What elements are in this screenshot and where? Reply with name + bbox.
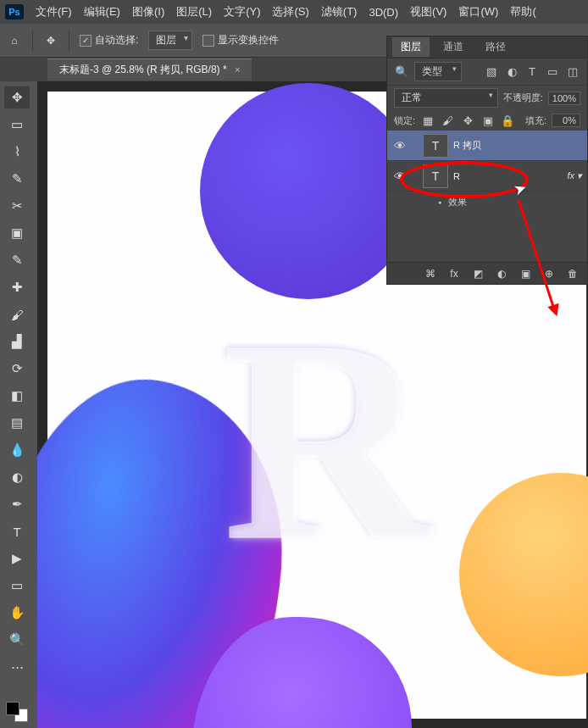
menu-filter[interactable]: 滤镜(T) xyxy=(321,4,358,19)
panel-foot-icon-2[interactable]: ◩ xyxy=(470,266,485,281)
search-icon[interactable]: 🔍 xyxy=(394,64,409,80)
stamp-tool[interactable]: ▟ xyxy=(4,331,30,353)
panel-foot-icon-3[interactable]: ◐ xyxy=(494,266,509,281)
layer-filter-row: 🔍 类型 ▧ ◐ T ▭ ◫ xyxy=(387,58,587,86)
glass-letter: R xyxy=(208,292,446,588)
visibility-icon[interactable]: 👁 xyxy=(392,139,408,153)
layer-effect-item[interactable]: 效果 xyxy=(387,192,587,212)
menu-select[interactable]: 选择(S) xyxy=(272,4,308,19)
auto-select-check[interactable]: ✓ 自动选择: xyxy=(80,33,138,47)
opacity-label: 不透明度: xyxy=(503,92,543,104)
tab-channels[interactable]: 通道 xyxy=(435,37,472,57)
lock-all-icon[interactable]: 🔒 xyxy=(500,113,515,128)
lock-brush-icon[interactable]: 🖌 xyxy=(441,113,456,128)
menu-image[interactable]: 图像(I) xyxy=(132,4,164,19)
menu-view[interactable]: 视图(V) xyxy=(410,4,447,19)
hand-tool[interactable]: ✋ xyxy=(4,602,30,624)
checkbox-icon[interactable]: ✓ xyxy=(80,35,92,47)
path-select-tool[interactable]: ▶ xyxy=(4,547,30,570)
app-logo: Ps xyxy=(5,4,24,19)
home-icon[interactable]: ⌂ xyxy=(7,33,22,48)
panel-foot-icon-6[interactable]: 🗑 xyxy=(565,266,580,281)
menu-bar: Ps 文件(F) 编辑(E) 图像(I) 图层(L) 文字(Y) 选择(S) 滤… xyxy=(0,0,588,24)
tool-strip: ✥▭⌇✎✂▣✎✚🖌▟⟳◧▤💧◐✒T▶▭✋🔍⋯ xyxy=(0,81,34,728)
quick-select-tool[interactable]: ✎ xyxy=(4,168,30,190)
panel-foot-icon-5[interactable]: ⊕ xyxy=(541,266,557,281)
marquee-tool[interactable]: ▭ xyxy=(4,114,30,136)
panel-foot-icon-1[interactable]: fx xyxy=(447,266,462,281)
shape-blob-orange xyxy=(459,473,588,676)
layer-row[interactable]: 👁TRfx ▾ xyxy=(387,161,587,192)
layer-list[interactable]: 👁TR 拷贝👁TRfx ▾效果 xyxy=(387,131,587,262)
healing-tool[interactable]: ✚ xyxy=(4,276,30,298)
shape-circle xyxy=(200,83,416,299)
more-tool[interactable]: ⋯ xyxy=(4,656,30,678)
eraser-tool[interactable]: ◧ xyxy=(4,385,30,407)
layer-name: R 拷贝 xyxy=(453,139,481,152)
lock-fill-row: 锁定: ▦ 🖌 ✥ ▣ 🔒 填充: 0% xyxy=(387,110,587,131)
menu-edit[interactable]: 编辑(E) xyxy=(84,4,120,19)
lock-move-icon[interactable]: ✥ xyxy=(460,113,475,128)
layer-name: R xyxy=(453,171,460,181)
layers-panel: 图层 通道 路径 🔍 类型 ▧ ◐ T ▭ ◫ 正常 不透明度: 100% 锁定… xyxy=(386,36,588,285)
filter-image-icon[interactable]: ▧ xyxy=(484,64,499,80)
filter-shape-icon[interactable]: ▭ xyxy=(545,64,560,80)
pen-tool[interactable]: ✒ xyxy=(4,493,30,515)
move-icon: ✥ xyxy=(43,33,58,48)
lock-artboard-icon[interactable]: ▣ xyxy=(480,113,496,128)
menu-file[interactable]: 文件(F) xyxy=(36,4,72,19)
auto-select-target-dropdown[interactable]: 图层 xyxy=(148,31,192,50)
blend-opacity-row: 正常 不透明度: 100% xyxy=(387,86,587,110)
show-transform-label: 显示变换控件 xyxy=(218,33,279,47)
crop-tool[interactable]: ✂ xyxy=(4,195,30,217)
tab-title: 末标题-3 @ 25.8% (R 拷贝, RGB/8) * xyxy=(59,64,227,75)
fill-value[interactable]: 0% xyxy=(552,114,580,127)
panel-tab-row: 图层 通道 路径 xyxy=(387,36,587,58)
history-brush-tool[interactable]: ⟳ xyxy=(4,358,30,380)
separator xyxy=(69,30,69,52)
menu-window[interactable]: 窗口(W) xyxy=(458,4,498,19)
blend-mode-dropdown[interactable]: 正常 xyxy=(394,88,498,108)
show-transform-check[interactable]: 显示变换控件 xyxy=(202,33,279,47)
document-tab[interactable]: 末标题-3 @ 25.8% (R 拷贝, RGB/8) * × xyxy=(47,58,252,81)
frame-tool[interactable]: ▣ xyxy=(4,222,30,244)
tab-layers[interactable]: 图层 xyxy=(392,37,430,57)
filter-smart-icon[interactable]: ◫ xyxy=(565,64,580,80)
color-swatches[interactable] xyxy=(4,700,30,724)
blur-tool[interactable]: 💧 xyxy=(4,439,30,461)
checkbox-icon[interactable] xyxy=(202,35,214,47)
visibility-icon[interactable]: 👁 xyxy=(392,169,408,183)
layer-row[interactable]: 👁TR 拷贝 xyxy=(387,131,587,161)
menu-type[interactable]: 文字(Y) xyxy=(224,4,260,19)
menu-layer[interactable]: 图层(L) xyxy=(176,4,212,19)
panel-footer: ⌘fx◩◐▣⊕🗑 xyxy=(387,262,587,284)
zoom-tool[interactable]: 🔍 xyxy=(4,629,30,651)
opacity-value[interactable]: 100% xyxy=(548,92,580,105)
tab-paths[interactable]: 路径 xyxy=(477,37,514,57)
fill-label: 填充: xyxy=(525,114,546,127)
type-tool[interactable]: T xyxy=(4,520,30,542)
layer-type-thumb: T xyxy=(423,134,448,158)
auto-select-label: 自动选择: xyxy=(95,33,138,47)
menu-help[interactable]: 帮助( xyxy=(510,4,535,19)
layer-type-thumb: T xyxy=(423,164,448,188)
lasso-tool[interactable]: ⌇ xyxy=(4,141,30,163)
lock-pixels-icon[interactable]: ▦ xyxy=(420,113,435,128)
lock-label: 锁定: xyxy=(394,114,415,127)
move-tool[interactable]: ✥ xyxy=(4,86,30,108)
filter-type-icon[interactable]: T xyxy=(524,64,540,80)
menu-3d[interactable]: 3D(D) xyxy=(369,6,398,19)
panel-foot-icon-0[interactable]: ⌘ xyxy=(423,266,438,281)
eyedropper-tool[interactable]: ✎ xyxy=(4,249,30,271)
fx-label[interactable]: fx ▾ xyxy=(567,170,582,181)
close-icon[interactable]: × xyxy=(235,64,240,75)
panel-foot-icon-4[interactable]: ▣ xyxy=(518,266,533,281)
gradient-tool[interactable]: ▤ xyxy=(4,412,30,434)
brush-tool[interactable]: 🖌 xyxy=(4,303,30,325)
shape-tool[interactable]: ▭ xyxy=(4,575,30,597)
dodge-tool[interactable]: ◐ xyxy=(4,466,30,488)
separator xyxy=(32,30,33,52)
filter-adjust-icon[interactable]: ◐ xyxy=(504,64,519,80)
filter-kind-dropdown[interactable]: 类型 xyxy=(414,62,462,81)
